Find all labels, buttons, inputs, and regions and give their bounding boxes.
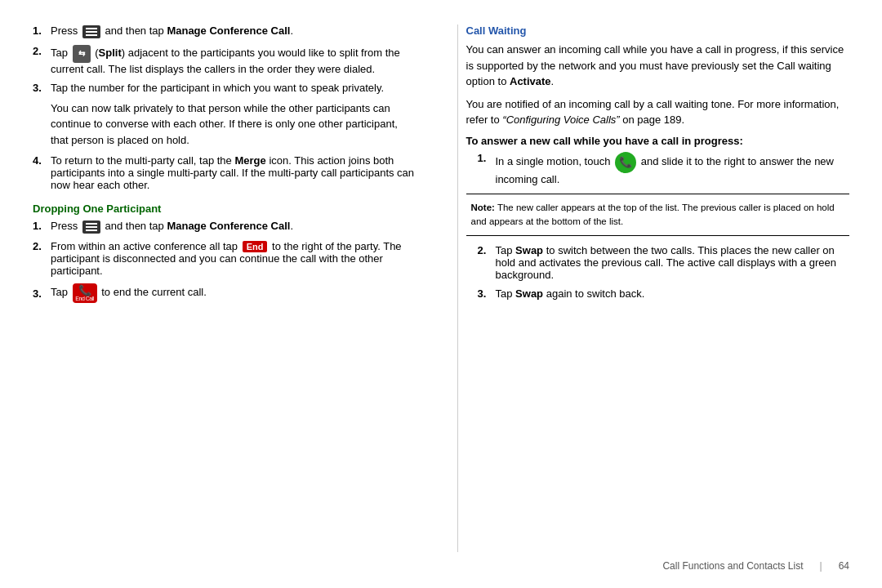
note-text: The new caller appears at the top of the… (471, 203, 835, 226)
num-2: 2. (33, 45, 47, 57)
para1-end: . (551, 75, 555, 87)
call-waiting-para1: You can answer an incoming call while yo… (466, 42, 850, 90)
footer: Call Functions and Contacts List | 64 (33, 552, 849, 572)
step3-swap: Swap (515, 287, 543, 300)
page: 1. Press and then tap Manage Conference … (0, 0, 882, 588)
note-label: Note: (471, 203, 495, 212)
step3-tap: Tap (496, 287, 513, 300)
right-item-3-content: Tap Swap again to switch back. (496, 287, 850, 300)
left-list: 1. Press and then tap Manage Conference … (33, 24, 416, 303)
right-column: Call Waiting You can answer an incoming … (457, 24, 850, 552)
answer-subheading: To answer a new call while you have a ca… (466, 135, 850, 147)
footer-divider: | (820, 560, 822, 572)
s2-item-3-after: to end the current call. (101, 287, 207, 299)
step2-tap: Tap (496, 244, 513, 256)
right-num-2: 2. (478, 244, 492, 256)
s2-num-3: 3. (33, 287, 47, 300)
s2-item-3-content: Tap 📞 End Call to end the current call. (51, 283, 416, 303)
menu-icon-1 (82, 25, 100, 38)
columns: 1. Press and then tap Manage Conference … (33, 24, 849, 552)
num-4: 4. (33, 154, 47, 167)
left-column: 1. Press and then tap Manage Conference … (33, 24, 425, 552)
item-4-before: To return to the multi-party call, tap t… (51, 154, 232, 167)
call-waiting-heading: Call Waiting (466, 24, 850, 37)
num-3: 3. (33, 82, 47, 94)
s2-item-1-after: and then tap (105, 220, 167, 232)
menu-icon-2 (82, 220, 100, 234)
indent-para: You can now talk privately to that perso… (51, 100, 416, 149)
step2-after: to switch between the two calls. This pl… (496, 244, 836, 281)
item-2-content: Tap ⇆ (Split) adjacent to the participan… (51, 45, 416, 75)
s2-item-1-before: Press (51, 220, 78, 232)
num-1: 1. (33, 24, 47, 37)
item-4-merge: Merge (234, 154, 265, 167)
right-item-1-content: In a single motion, touch 📞 and slide it… (496, 152, 850, 185)
end-call-phone-icon: 📞 End Call (73, 283, 97, 303)
right-num-3: 3. (478, 287, 492, 300)
item-1-bold: Manage Conference Call (167, 24, 290, 37)
item-1-content: Press and then tap Manage Conference Cal… (51, 24, 416, 38)
s2-num-2: 2. (33, 240, 47, 252)
para2-after: on page 189. (622, 114, 684, 126)
item-1-text-before: Press (51, 24, 78, 37)
item-1-end: . (290, 24, 293, 37)
call-waiting-para2: You are notified of an incoming call by … (466, 96, 850, 128)
s2-item-3-before: Tap (51, 287, 68, 299)
s2-item-2-content: From within an active conference all tap… (51, 240, 416, 278)
s2-item-1-bold: Manage Conference Call (167, 220, 290, 232)
s2-item-2-before: From within an active conference all tap (51, 240, 238, 252)
item-2-tap: Tap (51, 47, 68, 59)
footer-text: Call Functions and Contacts List (662, 560, 803, 572)
s2-item-1-end: . (290, 220, 293, 232)
split-label: Split (99, 47, 122, 59)
footer-page: 64 (839, 560, 849, 572)
activate-bold: Activate (510, 75, 551, 87)
para2-italic: “Configuring Voice Calls” (502, 114, 619, 126)
right-num-1: 1. (478, 152, 492, 164)
note-box: Note: The new caller appears at the top … (466, 194, 850, 237)
split-icon: ⇆ (73, 45, 91, 63)
s2-item-1-content: Press and then tap Manage Conference Cal… (51, 220, 416, 234)
item-1-text-after: and then tap (105, 24, 167, 37)
step3-after: again to switch back. (546, 287, 645, 300)
s2-num-1: 1. (33, 220, 47, 232)
right-item-2-content: Tap Swap to switch between the two calls… (496, 244, 850, 281)
answer-icon: 📞 (615, 152, 636, 173)
dropping-participant-heading: Dropping One Participant (33, 203, 416, 215)
end-badge: End (243, 241, 268, 252)
item-4-content: To return to the multi-party call, tap t… (51, 154, 416, 191)
step2-swap: Swap (515, 244, 543, 256)
step1-before: In a single motion, touch (496, 155, 611, 167)
item-3-content: Tap the number for the participant in wh… (51, 82, 416, 94)
